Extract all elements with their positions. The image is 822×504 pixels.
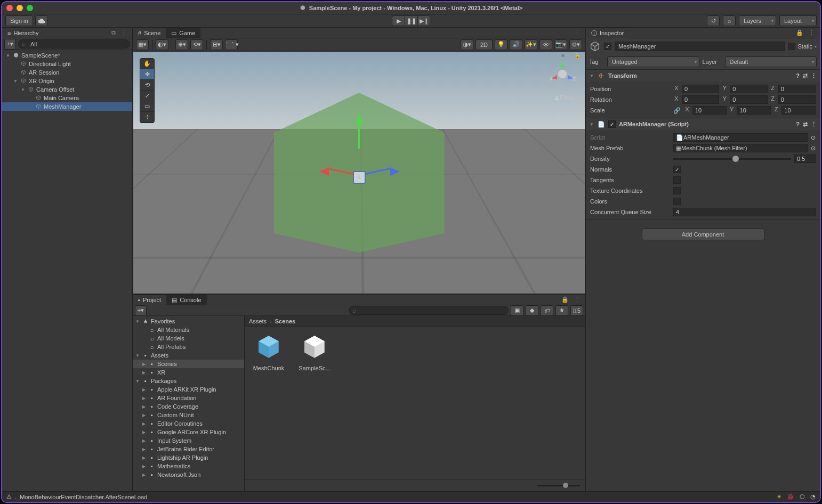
scene-tab[interactable]: # Scene: [133, 28, 166, 38]
scale-y-field[interactable]: 10: [737, 106, 771, 115]
component-enabled-checkbox[interactable]: ✓: [608, 120, 616, 128]
component-menu-icon[interactable]: ⋮: [811, 72, 817, 79]
audio-toggle[interactable]: 🔊: [510, 39, 522, 50]
rotation-x-field[interactable]: 0: [682, 95, 719, 104]
expand-icon[interactable]: ▼: [13, 79, 18, 84]
scale-z-field[interactable]: 10: [781, 106, 816, 115]
snap-increment-dropdown[interactable]: ⋮⋮▾: [225, 39, 238, 50]
collapse-icon[interactable]: ▼: [589, 74, 594, 78]
rotate-tool[interactable]: ⟲: [140, 80, 154, 91]
search-by-type-button[interactable]: ▣: [511, 305, 523, 316]
static-dropdown-icon[interactable]: ▾: [815, 44, 817, 49]
rotation-y-field[interactable]: 0: [730, 95, 767, 104]
hidden-packages-button[interactable]: 👁̸5: [570, 305, 583, 316]
favorite-search-button[interactable]: ★: [555, 305, 568, 316]
gizmos-dropdown[interactable]: ⊚▾: [569, 39, 582, 50]
layout-dropdown[interactable]: Layout: [779, 15, 817, 26]
help-icon[interactable]: ?: [796, 72, 800, 79]
position-y-field[interactable]: 0: [730, 85, 767, 93]
game-tab[interactable]: ▭ Game: [166, 28, 200, 38]
asset-item[interactable]: MeshChunk: [250, 332, 287, 371]
expand-icon[interactable]: ▶: [141, 464, 147, 469]
status-message[interactable]: ._MonoBehaviourEventDispatcher.AfterScen…: [15, 494, 147, 500]
y-axis-handle[interactable]: [355, 114, 364, 124]
expand-icon[interactable]: ▼: [5, 53, 11, 58]
lock-icon[interactable]: 🔒: [574, 53, 581, 59]
asset-item[interactable]: SampleSc...: [296, 332, 333, 371]
tangents-checkbox[interactable]: [673, 176, 681, 184]
expand-icon[interactable]: ▶: [141, 404, 147, 409]
console-tab[interactable]: ▤ Console: [166, 295, 206, 305]
hierarchy-item[interactable]: AR Session: [2, 68, 132, 77]
debugger-icon[interactable]: 🐞: [787, 493, 794, 500]
static-checkbox[interactable]: [788, 43, 795, 50]
layer-dropdown[interactable]: Default: [725, 56, 817, 67]
folder-row[interactable]: ▶▪XR: [133, 368, 244, 377]
expand-icon[interactable]: ▶: [141, 362, 147, 367]
search-button[interactable]: ⌕: [723, 15, 736, 26]
normals-checkbox[interactable]: ✓: [673, 166, 681, 173]
hierarchy-tab[interactable]: ≡ Hierarchy: [2, 28, 44, 38]
play-button[interactable]: ▶: [392, 15, 405, 26]
tag-dropdown[interactable]: Untagged: [607, 56, 699, 67]
hierarchy-item[interactable]: Main Camera: [2, 94, 132, 102]
expand-icon[interactable]: ▼: [135, 319, 140, 324]
undo-history-button[interactable]: ↺: [707, 15, 720, 26]
expand-icon[interactable]: ▼: [135, 379, 140, 384]
scale-x-field[interactable]: 10: [692, 106, 727, 115]
hierarchy-item[interactable]: ▼XR Origin: [2, 77, 132, 85]
folder-row[interactable]: ⌕All Materials: [133, 326, 244, 334]
2d-toggle-button[interactable]: 2D: [476, 39, 493, 50]
expand-icon[interactable]: ▶: [141, 413, 147, 418]
shading-mode-dropdown[interactable]: ◐▾: [156, 39, 168, 50]
create-dropdown[interactable]: +▾: [4, 39, 16, 50]
folder-row[interactable]: ⌕All Prefabs: [133, 343, 244, 351]
project-tab[interactable]: ▪ Project: [133, 295, 166, 305]
folder-row[interactable]: ▶▪Mathematics: [133, 462, 244, 470]
cloud-button[interactable]: [35, 15, 48, 26]
component-menu-icon[interactable]: ⋮: [811, 121, 817, 128]
popout-icon[interactable]: ⧉: [111, 29, 116, 36]
step-button[interactable]: ▶❙: [417, 15, 430, 26]
hierarchy-item[interactable]: MeshManager: [2, 102, 132, 111]
orientation-gizmo[interactable]: x z: [547, 59, 577, 89]
expand-icon[interactable]: ▶: [141, 430, 147, 435]
folder-row[interactable]: ▶▪JetBrains Rider Editor: [133, 445, 244, 453]
help-icon[interactable]: ?: [796, 121, 800, 127]
scale-tool[interactable]: ⤢: [140, 91, 154, 101]
inspector-tab[interactable]: ⓘ Inspector: [586, 28, 629, 38]
progress-icon[interactable]: ◔: [810, 493, 816, 500]
tool-handle-dropdown[interactable]: ▦▾: [136, 39, 149, 50]
auto-generate-lighting-icon[interactable]: ✷: [777, 493, 781, 500]
expand-icon[interactable]: ▶: [141, 421, 147, 426]
folder-row[interactable]: ▶▪Scenes: [133, 360, 244, 368]
expand-icon[interactable]: ▶: [141, 447, 147, 452]
folder-row[interactable]: ▶▪Input System: [133, 436, 244, 445]
draw-mode-dropdown[interactable]: ◑▾: [461, 39, 473, 50]
minimize-window-button[interactable]: [17, 5, 23, 11]
preset-icon[interactable]: ⇄: [803, 72, 808, 79]
expand-icon[interactable]: ▶: [141, 387, 147, 392]
maximize-window-button[interactable]: [27, 5, 33, 11]
object-picker-icon[interactable]: ⊙: [811, 134, 816, 141]
lighting-toggle[interactable]: 💡: [495, 39, 507, 50]
expand-icon[interactable]: ▶: [141, 473, 147, 477]
folder-row[interactable]: ▼▪Assets: [133, 351, 244, 360]
hand-tool[interactable]: ✋: [140, 59, 154, 69]
mesh-prefab-field[interactable]: ▦MeshChunk (Mesh Filter): [673, 144, 808, 152]
object-center-icon[interactable]: 👁: [353, 171, 366, 184]
expand-icon[interactable]: ▶: [141, 396, 147, 401]
pause-button[interactable]: ❚❚: [405, 15, 417, 26]
project-panel-menu-icon[interactable]: ⋮: [571, 296, 583, 303]
folder-row[interactable]: ▶▪Custom NUnit: [133, 411, 244, 419]
scale-link-icon[interactable]: 🔗: [673, 107, 681, 114]
scene-camera-dropdown[interactable]: 📷▾: [554, 39, 567, 50]
density-field[interactable]: 0.5: [794, 155, 816, 163]
thumbnail-size-slider[interactable]: [537, 485, 580, 486]
project-create-dropdown[interactable]: +▾: [135, 305, 147, 316]
close-window-button[interactable]: [6, 5, 13, 11]
expand-icon[interactable]: ▶: [141, 438, 147, 443]
active-checkbox[interactable]: ✓: [604, 43, 611, 50]
folder-row[interactable]: ▶▪AR Foundation: [133, 394, 244, 402]
folder-row[interactable]: ▼▪Packages: [133, 377, 244, 385]
